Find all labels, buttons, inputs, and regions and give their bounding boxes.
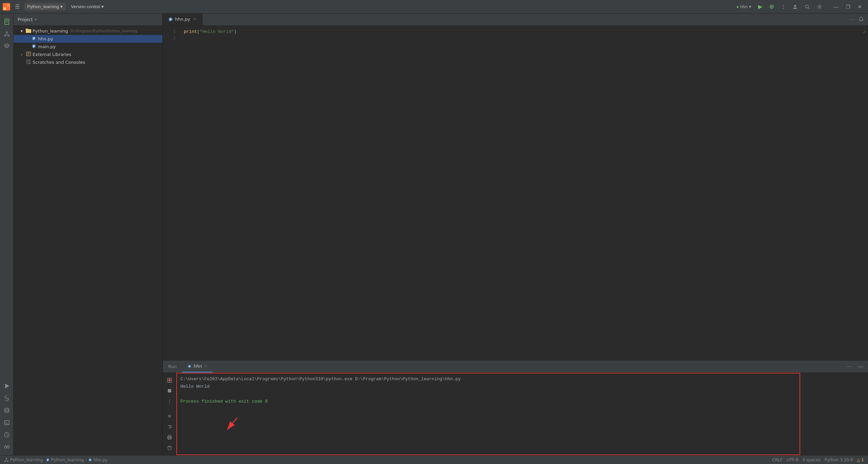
toolbar-actions: ● hhn ▾ ▶ ⋮	[734, 2, 825, 11]
recent-files-button[interactable]	[1, 429, 12, 440]
hhn-tab-icon: P	[188, 364, 192, 368]
console-line-1: C:\Users\Fe203\AppData\Local\Programs\Py…	[180, 375, 864, 383]
line-ending-label: CRLF	[772, 458, 783, 462]
svg-point-6	[806, 5, 809, 8]
svg-point-14	[4, 35, 6, 36]
project-dropdown[interactable]: Python_learning ▾	[24, 3, 65, 11]
python-version-status[interactable]: Python 3.10.9	[825, 458, 853, 462]
svg-text:P: P	[33, 37, 35, 40]
hhn-py-label: hhn.py	[38, 36, 53, 41]
svg-rect-3	[7, 7, 9, 10]
tab-more-button[interactable]: ⋯	[848, 16, 856, 23]
project-tree: ▾ Python_learning D:\Program\Python\Pyth…	[14, 26, 162, 455]
stop-button[interactable]	[165, 386, 174, 395]
scroll-end-button[interactable]	[165, 411, 174, 421]
minimize-button[interactable]: —	[830, 3, 842, 11]
gutter: ✓	[861, 26, 868, 360]
breadcrumb-project: Python_learning	[51, 458, 84, 462]
bottom-tabs: Run P hhn ✕ ⋯ —	[163, 361, 868, 373]
title-bar: ☰ Python_learning ▾ Version control ▾ ● …	[0, 0, 868, 14]
svg-point-8	[819, 6, 821, 7]
project-panel: Project ▾ ▾ Python_learning D:\Program\P…	[14, 14, 163, 455]
project-title: Project	[18, 17, 33, 22]
python-version-label: Python 3.10.9	[825, 458, 853, 462]
svg-point-13	[6, 32, 7, 33]
settings-button[interactable]	[814, 3, 825, 11]
svg-point-18	[7, 399, 8, 400]
plugins-button[interactable]	[1, 442, 12, 452]
tree-root-folder[interactable]: ▾ Python_learning D:\Program\Python\Pyth…	[14, 27, 162, 35]
run-tab[interactable]: Run	[163, 361, 182, 372]
terminal-sidebar-button[interactable]	[1, 417, 12, 428]
warnings-label: △ 1	[857, 458, 864, 462]
tree-scratches[interactable]: Scratches and Consoles	[14, 58, 162, 66]
git-button[interactable]	[1, 28, 12, 39]
external-libraries-label: External Libraries	[33, 52, 71, 57]
database-button[interactable]	[1, 405, 12, 416]
layers-button[interactable]	[1, 41, 12, 52]
more-options-button[interactable]: ⋮	[778, 3, 788, 11]
bottom-more-button[interactable]: ⋯	[845, 363, 854, 370]
svg-rect-2	[3, 7, 6, 10]
console-more-button[interactable]: ⋮	[165, 397, 174, 406]
file-status[interactable]: P Python_learning › P hhn.py	[46, 458, 108, 462]
line-ending-status[interactable]: CRLF	[772, 458, 783, 462]
tab-filename: hhn.py	[175, 17, 190, 22]
left-sidebar	[0, 14, 14, 455]
tab-toolbar: ⋯	[844, 14, 868, 25]
clear-button[interactable]	[165, 443, 174, 452]
svg-text:P: P	[89, 459, 91, 462]
profile-button[interactable]	[790, 3, 801, 11]
hhn-tab-close[interactable]: ✕	[204, 364, 207, 368]
tab-hhn-py[interactable]: P hhn.py ✕	[163, 14, 203, 25]
encoding-label: UTF-8	[787, 458, 798, 462]
run-config-button[interactable]: ● hhn ▾	[734, 3, 754, 11]
main-area: Project ▾ ▾ Python_learning D:\Program\P…	[0, 14, 868, 455]
app-logo	[3, 3, 10, 11]
project-caret: ▾	[35, 18, 36, 21]
hamburger-button[interactable]: ☰	[13, 2, 22, 11]
console-output[interactable]: C:\Users\Fe203\AppData\Local\Programs\Py…	[176, 373, 868, 455]
svg-rect-9	[5, 19, 9, 24]
tree-external-libraries[interactable]: › External Libraries	[14, 51, 162, 58]
console-output-area: C:\Users\Fe203\AppData\Local\Programs\Py…	[176, 373, 868, 455]
svg-point-54	[7, 461, 8, 462]
console-wrapper: ⋮	[163, 373, 868, 455]
git-status[interactable]: Python_learning	[4, 458, 43, 462]
bottom-minimize-button[interactable]: —	[856, 363, 865, 370]
close-button[interactable]: ✕	[854, 3, 865, 11]
svg-rect-23	[4, 446, 6, 448]
tree-file-main[interactable]: P main.py	[14, 43, 162, 51]
tree-file-hhn[interactable]: P hhn.py	[14, 35, 162, 43]
code-content[interactable]: print("Hello World")	[180, 26, 861, 360]
python-file-icon2: P	[31, 44, 37, 50]
gutter-checkmark: ✓	[861, 28, 868, 35]
file-breadcrumb-icon: P	[88, 458, 92, 462]
rerun-button[interactable]	[165, 375, 174, 385]
debug-button[interactable]	[766, 3, 777, 11]
svg-point-15	[8, 35, 9, 36]
python-status-icon: P	[46, 458, 50, 462]
restore-button[interactable]: ❐	[843, 3, 854, 11]
svg-point-52	[6, 458, 7, 459]
bottom-tab-actions: ⋯ —	[842, 361, 868, 372]
run-button[interactable]: ▶	[755, 2, 765, 11]
print-button[interactable]	[165, 432, 174, 442]
search-button[interactable]	[802, 3, 813, 11]
run-sidebar-button[interactable]	[1, 381, 12, 391]
run-tab-label: Run	[168, 364, 177, 369]
files-button[interactable]	[1, 16, 12, 27]
scratch-file-icon	[26, 59, 31, 65]
python-packages-button[interactable]	[1, 393, 12, 404]
root-folder-label: Python_learning	[33, 28, 68, 34]
tab-close-button[interactable]: ✕	[192, 17, 197, 22]
indent-status[interactable]: 4 spaces	[803, 458, 821, 462]
project-caret: ▾	[60, 4, 63, 9]
hhn-tab[interactable]: P hhn ✕	[182, 361, 213, 372]
breadcrumb-file: hhn.py	[94, 458, 107, 462]
version-control-button[interactable]: Version control ▾	[68, 3, 106, 11]
encoding-status[interactable]: UTF-8	[787, 458, 798, 462]
git-branch-label: Python_learning	[10, 458, 43, 462]
warnings-status[interactable]: △ 1	[857, 458, 864, 462]
soft-wrap-button[interactable]	[165, 422, 174, 431]
